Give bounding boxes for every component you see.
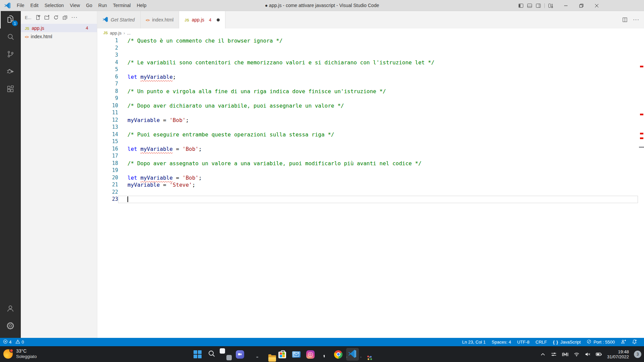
breadcrumb-more[interactable]: ... [127, 31, 131, 36]
notification-count-badge[interactable]: 3 [634, 351, 641, 358]
breadcrumb[interactable]: JS app.js › ... [97, 28, 644, 37]
new-folder-button[interactable] [44, 15, 50, 20]
refresh-button[interactable] [53, 15, 59, 20]
code-token: = [160, 117, 169, 123]
code-line-10[interactable]: 10/* Dopo aver dichiarato una variabile,… [97, 102, 644, 110]
problems-indicator[interactable]: 4 0 [0, 339, 29, 345]
taskbar-search-button[interactable] [207, 350, 216, 359]
collapse-all-button[interactable] [62, 15, 68, 20]
code-line-7[interactable]: 7 [97, 80, 644, 88]
battery-icon[interactable] [596, 351, 602, 358]
code-line-4[interactable]: 4/* Le variabili sono contenitori che me… [97, 59, 644, 66]
tab-get-started[interactable]: Get Started [97, 11, 141, 28]
tab-app-js[interactable]: JSapp.js4 [179, 11, 225, 28]
taskbar-clipchamp-button[interactable] [320, 350, 329, 359]
code-line-15[interactable]: 15 [97, 138, 644, 145]
taskbar-chat-button[interactable] [235, 350, 244, 359]
taskbar-mail-button[interactable] [292, 350, 301, 359]
code-line-13[interactable]: 13 [97, 124, 644, 131]
code-line-23[interactable]: 23 [97, 196, 644, 203]
menu-go[interactable]: Go [83, 0, 95, 11]
code-line-1[interactable]: 1/* Questo è un commento che il browser … [97, 37, 644, 45]
taskbar-instagram-button[interactable] [306, 350, 315, 359]
code-line-11[interactable]: 11 [97, 109, 644, 117]
code-line-12[interactable]: 12myVariable = 'Bob'; [97, 117, 644, 124]
taskbar-clock[interactable]: 19:48 31/07/2022 [607, 349, 629, 359]
line-number: 6 [97, 73, 118, 81]
menu-selection[interactable]: Selection [42, 0, 67, 11]
status-javascript[interactable]: { }JavaScript [550, 340, 584, 345]
activity-bar-item-search[interactable] [0, 28, 21, 46]
code-line-6[interactable]: 6let myVariable; [97, 73, 644, 81]
feedback-button[interactable] [618, 339, 629, 345]
line-content: let myVariable = 'Bob'; [118, 145, 638, 153]
activity-bar-item-explorer[interactable]: 1 [0, 11, 21, 28]
toggle-secondary-sidebar-button[interactable] [536, 3, 541, 8]
minimize-button[interactable] [558, 0, 574, 11]
weather-widget[interactable]: 33°C Soleggiato [3, 348, 37, 359]
taskbar-start-button[interactable] [193, 350, 202, 359]
activity-bar-item-settings[interactable] [0, 318, 21, 335]
menu-file[interactable]: File [14, 0, 28, 11]
code-token: ; [192, 182, 196, 188]
menu-help[interactable]: Help [134, 0, 150, 11]
explorer-toolbar: ··· [35, 14, 78, 20]
activity-bar-item-extensions[interactable] [0, 81, 21, 98]
code-line-14[interactable]: 14/* Puoi eseguire entrambe queste opera… [97, 131, 644, 138]
volume-mute-icon[interactable] [585, 351, 591, 357]
taskbar-file-explorer-button[interactable] [264, 350, 272, 359]
taskbar-vscode-button[interactable] [348, 350, 357, 359]
code-line-3[interactable]: 3 [97, 52, 644, 59]
editor-more-actions-button[interactable]: ··· [633, 17, 639, 23]
toggle-primary-sidebar-button[interactable] [518, 3, 524, 8]
menu-terminal[interactable]: Terminal [110, 0, 134, 11]
menu-edit[interactable]: Edit [28, 0, 42, 11]
file-app-js[interactable]: JSapp.js4 [21, 24, 97, 32]
more-button[interactable]: ··· [71, 14, 78, 20]
taskbar-store-button[interactable] [278, 350, 286, 359]
overview-ruler[interactable] [639, 37, 644, 338]
bell-button[interactable] [629, 339, 640, 345]
code-line-5[interactable]: 5 [97, 66, 644, 73]
code-line-16[interactable]: 16let myVariable = 'Bob'; [97, 145, 644, 153]
activity-bar-item-source-control[interactable] [0, 46, 21, 63]
code-editor[interactable]: 1/* Questo è un commento che il browser … [97, 37, 644, 338]
close-button[interactable] [589, 0, 604, 11]
taskbar-edge-button[interactable] [250, 350, 258, 359]
im-icon[interactable] [562, 352, 569, 357]
tab-index-html[interactable]: <>index.html [141, 11, 179, 28]
code-line-20[interactable]: 20let myVariable = 'Bob'; [97, 174, 644, 182]
code-line-8[interactable]: 8/* Un punto e virgola alla fine di una … [97, 88, 644, 95]
code-line-9[interactable]: 9 [97, 95, 644, 102]
split-editor-button[interactable] [622, 17, 628, 22]
code-line-21[interactable]: 21myVariable = 'Steve'; [97, 181, 644, 189]
code-line-2[interactable]: 2 [97, 45, 644, 52]
status-ln-23-col-1[interactable]: Ln 23, Col 1 [459, 340, 489, 345]
error-count: 4 [9, 340, 11, 345]
taskbar-paint-button[interactable] [362, 350, 371, 359]
status-spaces-4[interactable]: Spaces: 4 [489, 340, 514, 345]
activity-bar-item-run-debug[interactable] [0, 63, 21, 81]
code-line-19[interactable]: 19 [97, 167, 644, 174]
status-crlf[interactable]: CRLF [533, 340, 550, 345]
code-line-22[interactable]: 22 [97, 189, 644, 196]
customize-layout-button[interactable] [548, 3, 553, 8]
code-line-18[interactable]: 18/* Dopo aver assegnato un valore a una… [97, 160, 644, 167]
new-file-button[interactable] [35, 15, 41, 20]
wifi-icon[interactable] [574, 351, 580, 357]
activity-bar-item-account[interactable] [0, 300, 21, 318]
status-port-5500[interactable]: Port : 5500 [584, 339, 618, 345]
mixer-icon[interactable] [551, 351, 557, 357]
toggle-panel-button[interactable] [527, 3, 532, 8]
status-utf-8[interactable]: UTF-8 [514, 340, 533, 345]
menu-view[interactable]: View [67, 0, 83, 11]
chevron-up-icon[interactable] [540, 352, 546, 357]
restore-button[interactable] [574, 0, 589, 11]
code-line-17[interactable]: 17 [97, 153, 644, 160]
file-index-html[interactable]: <>index.html [21, 32, 97, 41]
menu-run[interactable]: Run [95, 0, 110, 11]
taskbar-chrome-button[interactable] [334, 350, 343, 359]
tab-label: app.js [192, 17, 204, 22]
taskbar-task-view-button[interactable] [221, 350, 230, 359]
breadcrumb-file[interactable]: app.js [110, 31, 121, 36]
